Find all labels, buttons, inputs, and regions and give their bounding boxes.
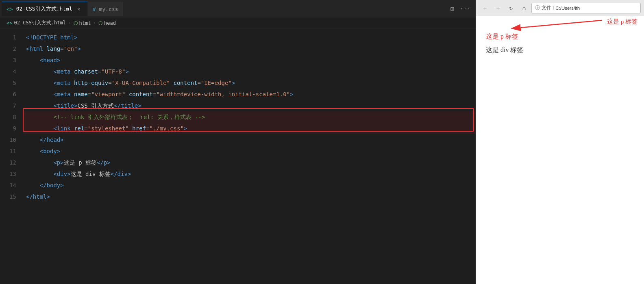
file-label: 文件 | — [542, 5, 554, 11]
tab-actions: ⊞ ··· — [446, 3, 474, 15]
breadcrumb-sep-1: › — [68, 20, 71, 26]
home-button[interactable]: ⌂ — [518, 2, 530, 14]
breadcrumb: <> 02-CSS引入方式.html › ⬡ html › ⬡ head — [0, 18, 476, 28]
tab-css-label: my.css — [99, 6, 118, 12]
code-line-4: <meta charset="UTF-8"> — [23, 66, 476, 77]
code-line-13: <div>这是 div 标签</div> — [23, 168, 476, 180]
tab-bar: <> 02-CSS引入方式.html ✕ # my.css ⊞ ··· — [0, 0, 476, 18]
editor-panel: <> 02-CSS引入方式.html ✕ # my.css ⊞ ··· <> 0… — [0, 0, 476, 284]
code-line-6: <meta name="viewport" content="width=dev… — [23, 89, 476, 100]
css-file-icon: # — [93, 6, 96, 12]
code-line-14: </body> — [23, 180, 476, 191]
code-line-2: <html lang="en"> — [23, 43, 476, 54]
forward-button[interactable]: → — [492, 2, 504, 14]
code-line-9: <link rel="stylesheet" href="./my.css"> — [23, 123, 476, 134]
code-line-7: <title>CSS 引入方式</title> — [23, 100, 476, 111]
code-area: 12345 678910 1112131415 <!DOCTYPE html> … — [0, 28, 476, 284]
annotation-arrow — [476, 16, 644, 284]
breadcrumb-head-icon: ⬡ — [98, 20, 102, 26]
preview-div-text: 这是 div 标签 — [486, 46, 634, 54]
code-line-8: <!-- link 引入外部样式表； rel: 关系，样式表 --> — [23, 111, 476, 123]
svg-line-1 — [521, 20, 602, 28]
refresh-button[interactable]: ↻ — [505, 2, 517, 14]
breadcrumb-html[interactable]: ⬡ html — [74, 20, 91, 26]
split-editor-button[interactable]: ⊞ — [446, 3, 458, 15]
tab-html-label: 02-CSS引入方式.html — [16, 5, 72, 13]
tab-html-close[interactable]: ✕ — [76, 6, 82, 12]
code-content[interactable]: <!DOCTYPE html> <html lang="en"> <head> … — [21, 28, 476, 284]
code-line-15: </html> — [23, 191, 476, 202]
breadcrumb-sep-2: › — [93, 20, 96, 26]
browser-panel: ← → ↻ ⌂ ⓘ 文件 | C:/Users/ith 这是 p 标签 这是 p… — [476, 0, 644, 284]
tab-css[interactable]: # my.css — [88, 2, 123, 16]
browser-page-content: 这是 p 标签 这是 p 标签 这是 div 标签 — [476, 16, 644, 284]
code-line-10: </head> — [23, 134, 476, 145]
breadcrumb-file[interactable]: <> 02-CSS引入方式.html — [7, 20, 66, 26]
code-line-12: <p>这是 p 标签</p> — [23, 157, 476, 168]
html-file-icon: <> — [7, 6, 13, 12]
address-bar[interactable]: ⓘ 文件 | C:/Users/ith — [531, 3, 641, 13]
preview-p-text: 这是 p 标签 — [486, 33, 634, 41]
code-line-3: <head> — [23, 54, 476, 66]
info-icon: ⓘ — [535, 4, 540, 11]
browser-toolbar: ← → ↻ ⌂ ⓘ 文件 | C:/Users/ith — [476, 0, 644, 16]
address-text: C:/Users/ith — [555, 6, 580, 11]
breadcrumb-html-icon: ⬡ — [74, 20, 78, 26]
breadcrumb-head[interactable]: ⬡ head — [98, 20, 116, 26]
breadcrumb-file-icon: <> — [7, 20, 12, 26]
back-button[interactable]: ← — [479, 2, 491, 14]
code-line-1: <!DOCTYPE html> — [23, 32, 476, 43]
code-line-11: <body> — [23, 145, 476, 157]
more-actions-button[interactable]: ··· — [459, 3, 471, 15]
annotation-label: 这是 p 标签 — [607, 18, 637, 26]
code-line-5: <meta http-equiv="X-UA-Compatible" conte… — [23, 77, 476, 89]
line-numbers: 12345 678910 1112131415 — [0, 28, 21, 284]
tab-html[interactable]: <> 02-CSS引入方式.html ✕ — [2, 2, 87, 16]
